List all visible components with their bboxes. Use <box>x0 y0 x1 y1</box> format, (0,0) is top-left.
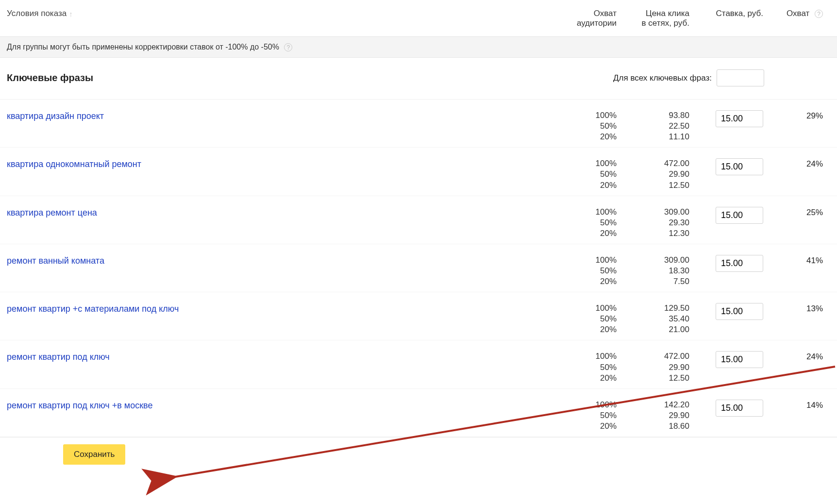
keywords-section-header: Ключевые фразы Для всех ключевых фраз: <box>0 58 837 100</box>
col-header-conditions[interactable]: Условия показа ↑ <box>7 9 558 18</box>
table-row: ремонт квартир под ключ +в москве100%50%… <box>0 389 837 437</box>
cpc-prices: 472.0029.9012.50 <box>617 351 689 383</box>
col-header-audience: Охват аудитории <box>558 9 617 29</box>
audience-percents: 100%50%20% <box>558 303 617 335</box>
bid-cell <box>689 158 772 190</box>
keyword-rows: квартира дизайн проект100%50%20%93.8022.… <box>0 100 837 437</box>
table-row: квартира дизайн проект100%50%20%93.8022.… <box>0 100 837 148</box>
bid-input[interactable] <box>716 400 763 417</box>
bid-cell <box>689 351 772 383</box>
bid-cell <box>689 303 772 335</box>
bid-cell <box>689 255 772 287</box>
save-button[interactable]: Сохранить <box>63 444 125 465</box>
bid-cell <box>689 400 772 432</box>
bid-input[interactable] <box>716 303 763 320</box>
sort-asc-icon: ↑ <box>69 10 73 18</box>
footer-bar: Сохранить <box>0 437 837 473</box>
keyword-link[interactable]: квартира однокомнатный ремонт <box>7 158 558 190</box>
table-row: квартира ремонт цена100%50%20%309.0029.3… <box>0 196 837 244</box>
reach-value: 24% <box>772 351 830 383</box>
audience-percents: 100%50%20% <box>558 400 617 432</box>
keywords-title: Ключевые фразы <box>7 72 613 84</box>
cpc-prices: 309.0029.3012.30 <box>617 207 689 239</box>
reach-value: 14% <box>772 400 830 432</box>
keyword-link[interactable]: ремонт квартир под ключ +в москве <box>7 400 558 432</box>
cpc-prices: 472.0029.9012.50 <box>617 158 689 190</box>
bid-adjustment-notice: Для группы могут быть применены корректи… <box>0 37 837 58</box>
keyword-link[interactable]: ремонт квартир +с материалами под ключ <box>7 303 558 335</box>
bid-input[interactable] <box>716 110 763 127</box>
cpc-prices: 142.2029.9018.60 <box>617 400 689 432</box>
bid-adjustment-notice-text: Для группы могут быть применены корректи… <box>7 43 279 51</box>
cpc-prices: 129.5035.4021.00 <box>617 303 689 335</box>
audience-percents: 100%50%20% <box>558 207 617 239</box>
bid-input[interactable] <box>716 255 763 272</box>
all-keywords-label: Для всех ключевых фраз: <box>613 73 712 83</box>
table-row: ремонт квартир под ключ100%50%20%472.002… <box>0 340 837 388</box>
audience-percents: 100%50%20% <box>558 351 617 383</box>
bid-input[interactable] <box>716 351 763 368</box>
col-header-cpc: Цена клика в сетях, руб. <box>617 9 689 29</box>
bid-input[interactable] <box>716 158 763 175</box>
cpc-prices: 93.8022.5011.10 <box>617 110 689 142</box>
keyword-link[interactable]: квартира ремонт цена <box>7 207 558 239</box>
table-column-header: Условия показа ↑ Охват аудитории Цена кл… <box>0 0 837 37</box>
help-icon[interactable]: ? <box>815 10 823 18</box>
reach-value: 24% <box>772 158 830 190</box>
col-header-reach: Охват ? <box>772 9 830 18</box>
table-row: ремонт квартир +с материалами под ключ10… <box>0 292 837 340</box>
bid-cell <box>689 110 772 142</box>
reach-value: 41% <box>772 255 830 287</box>
audience-percents: 100%50%20% <box>558 158 617 190</box>
keyword-link[interactable]: ремонт ванный комната <box>7 255 558 287</box>
keyword-link[interactable]: ремонт квартир под ключ <box>7 351 558 383</box>
audience-percents: 100%50%20% <box>558 255 617 287</box>
reach-value: 13% <box>772 303 830 335</box>
all-keywords-bid-input[interactable] <box>717 69 764 86</box>
bid-cell <box>689 207 772 239</box>
reach-value: 25% <box>772 207 830 239</box>
col-header-reach-label: Охват <box>787 9 809 18</box>
help-icon[interactable]: ? <box>284 43 292 51</box>
keyword-link[interactable]: квартира дизайн проект <box>7 110 558 142</box>
col-header-audience-label: Охват аудитории <box>577 9 617 28</box>
col-header-bid-label: Ставка, руб. <box>716 9 763 18</box>
audience-percents: 100%50%20% <box>558 110 617 142</box>
table-row: ремонт ванный комната100%50%20%309.0018.… <box>0 244 837 292</box>
col-header-conditions-label: Условия показа <box>7 9 67 18</box>
reach-value: 29% <box>772 110 830 142</box>
table-row: квартира однокомнатный ремонт100%50%20%4… <box>0 148 837 196</box>
col-header-cpc-label: Цена клика в сетях, руб. <box>642 9 690 28</box>
bid-input[interactable] <box>716 207 763 224</box>
cpc-prices: 309.0018.307.50 <box>617 255 689 287</box>
col-header-bid: Ставка, руб. <box>689 9 772 18</box>
